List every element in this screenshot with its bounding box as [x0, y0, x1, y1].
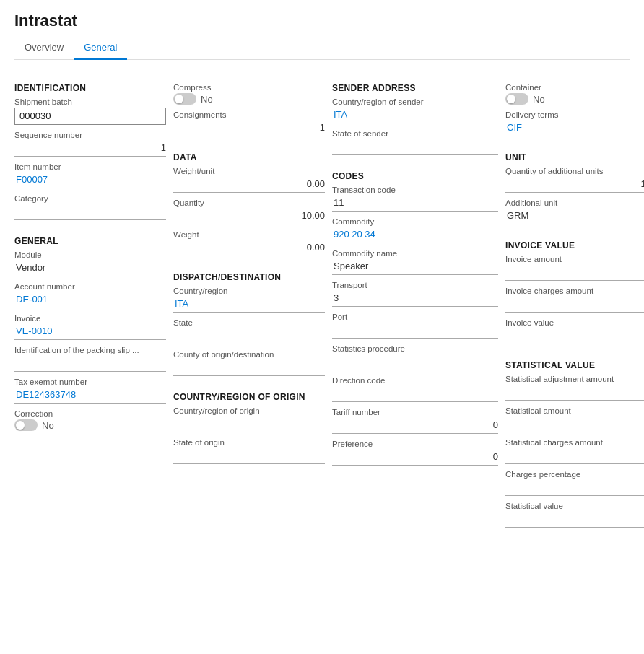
tax-exempt-value[interactable]: DE124363748 [14, 388, 166, 404]
qty-additional-value: 10.00 [505, 177, 644, 193]
stat-charges-field: Statistical charges amount 0.00 [505, 438, 644, 464]
delivery-terms-value[interactable]: CIF [505, 121, 644, 136]
charges-pct-label: Charges percentage [505, 470, 644, 479]
transport-field: Transport 3 [332, 281, 498, 307]
module-value: Vendor [14, 261, 166, 276]
charges-pct-value: 0.00 [505, 480, 644, 496]
consignments-label: Consignments [173, 110, 325, 119]
general-header: GENERAL [14, 236, 166, 246]
container-label: Container [505, 83, 644, 92]
container-toggle-row: No [505, 93, 644, 105]
tab-general[interactable]: General [74, 38, 127, 60]
stat-adj-field: Statistical adjustment amount 0.00 [505, 375, 644, 401]
port-label: Port [332, 313, 498, 321]
tariff-number-value: 0 [332, 418, 498, 434]
account-number-field: Account number DE-001 [14, 282, 166, 308]
correction-label: Correction [14, 409, 166, 418]
col-4: Container No Delivery terms CIF UNIT Qua… [505, 73, 644, 533]
tax-exempt-field: Tax exempt number DE124363748 [14, 378, 166, 404]
delivery-terms-field: Delivery terms CIF [505, 110, 644, 136]
transaction-code-value: 11 [332, 196, 498, 212]
weight-unit-value: 0.00 [173, 177, 325, 193]
qty-additional-label: Quantity of additional units [505, 167, 644, 175]
compress-section: Compress No [173, 83, 325, 110]
delivery-terms-label: Delivery terms [505, 110, 644, 119]
country-region-origin-value[interactable] [173, 417, 325, 432]
dispatch-state-field: State [173, 318, 325, 344]
packing-slip-label: Identification of the packing slip ... [14, 346, 166, 354]
statistics-procedure-label: Statistics procedure [332, 344, 498, 353]
direction-code-field: Direction code [332, 376, 498, 402]
shipment-batch-input[interactable]: 000030 [14, 108, 166, 125]
correction-field: Correction No [14, 409, 166, 437]
weight-unit-field: Weight/unit 0.00 [173, 167, 325, 193]
statistical-value-header: STATISTICAL VALUE [505, 360, 644, 370]
invoice-value[interactable]: VE-0010 [14, 324, 166, 340]
direction-code-value[interactable] [332, 386, 498, 402]
invoice-value-field: Invoice value 0.00 [505, 318, 644, 344]
item-number-value[interactable]: F00007 [14, 173, 166, 188]
stat-value-value: 0.00 [505, 512, 644, 528]
weight-label: Weight [173, 230, 325, 239]
col-1: IDENTIFICATION Shipment batch 000030 Seq… [14, 73, 166, 533]
additional-unit-value: GRM [505, 209, 644, 224]
consignments-value: 1 [173, 121, 325, 136]
sender-state-value[interactable] [332, 139, 498, 155]
account-number-label: Account number [14, 282, 166, 291]
stat-amount-value: 0.00 [505, 417, 644, 432]
packing-slip-field: Identification of the packing slip ... [14, 346, 166, 372]
invoice-charges-label: Invoice charges amount [505, 287, 644, 295]
commodity-name-label: Commodity name [332, 249, 498, 258]
weight-value: 0.00 [173, 240, 325, 256]
container-toggle[interactable] [505, 93, 528, 105]
tariff-number-label: Tariff number [332, 408, 498, 417]
invoice-value-header: INVOICE VALUE [505, 240, 644, 250]
commodity-field: Commodity 920 20 34 [332, 217, 498, 243]
weight-unit-label: Weight/unit [173, 167, 325, 175]
dispatch-state-value[interactable] [173, 328, 325, 344]
packing-slip-value[interactable] [14, 356, 166, 372]
account-number-value[interactable]: DE-001 [14, 292, 166, 308]
stat-value-label: Statistical value [505, 502, 644, 510]
invoice-amount-label: Invoice amount [505, 255, 644, 263]
invoice-charges-value: 0.00 [505, 297, 644, 313]
statistics-procedure-value[interactable] [332, 354, 498, 370]
sequence-number-label: Sequence number [14, 131, 166, 139]
stat-charges-value: 0.00 [505, 448, 644, 464]
quantity-label: Quantity [173, 199, 325, 207]
sender-country-value[interactable]: ITA [332, 108, 498, 123]
item-number-field: Item number F00007 [14, 162, 166, 188]
sender-country-label: Country/region of sender [332, 97, 498, 106]
col-2: Compress No Consignments 1 DATA Weight/u… [173, 73, 325, 533]
category-value[interactable] [14, 204, 166, 220]
sender-country-field: Country/region of sender ITA [332, 97, 498, 123]
dispatch-country-value[interactable]: ITA [173, 297, 325, 313]
sender-state-field: State of sender [332, 129, 498, 155]
invoice-label: Invoice [14, 314, 166, 323]
correction-toggle[interactable] [14, 419, 38, 431]
tax-exempt-label: Tax exempt number [14, 378, 166, 386]
shipment-batch-label: Shipment batch [14, 97, 166, 106]
county-field: County of origin/destination [173, 350, 325, 376]
charges-pct-field: Charges percentage 0.00 [505, 470, 644, 496]
county-label: County of origin/destination [173, 350, 325, 359]
compress-label: Compress [173, 83, 325, 92]
direction-code-label: Direction code [332, 376, 498, 385]
sequence-number-value: 1 [14, 141, 166, 157]
compress-toggle[interactable] [173, 93, 196, 105]
county-value[interactable] [173, 360, 325, 376]
commodity-value[interactable]: 920 20 34 [332, 227, 498, 243]
tab-overview[interactable]: Overview [14, 38, 74, 60]
state-of-origin-value[interactable] [173, 448, 325, 464]
module-field: Module Vendor [14, 250, 166, 276]
port-value[interactable] [332, 323, 498, 339]
quantity-field: Quantity 10.00 [173, 199, 325, 224]
item-number-label: Item number [14, 162, 166, 171]
category-label: Category [14, 194, 166, 203]
col-3: SENDER ADDRESS Country/region of sender … [332, 73, 498, 533]
commodity-label: Commodity [332, 217, 498, 226]
container-section: Container No [505, 83, 644, 110]
container-toggle-label: No [533, 94, 545, 105]
port-field: Port [332, 313, 498, 339]
transaction-code-label: Transaction code [332, 186, 498, 194]
